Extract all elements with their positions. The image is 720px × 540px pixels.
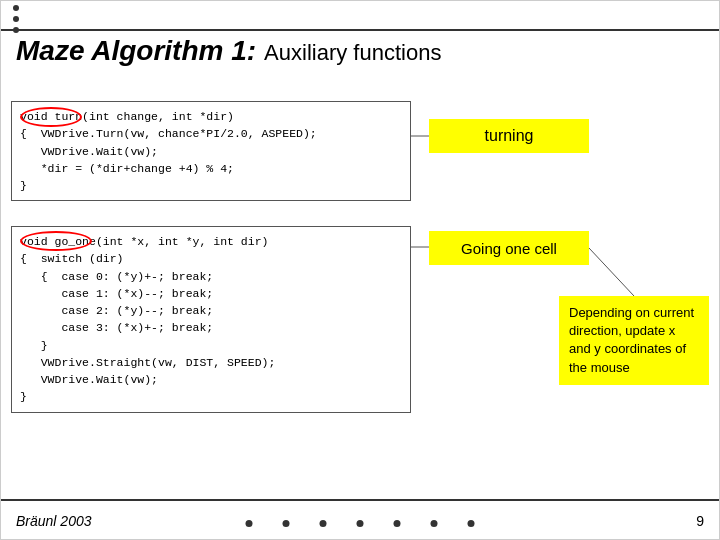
code-line: } bbox=[20, 388, 402, 405]
code-line: { switch (dir) bbox=[20, 250, 402, 267]
title-main: Maze Algorithm 1: bbox=[16, 35, 256, 67]
footer-page-number: 9 bbox=[696, 513, 704, 529]
footer-author: Bräunl 2003 bbox=[16, 513, 92, 529]
code-block-go-one: void go_one(int *x, int *y, int dir) { s… bbox=[11, 226, 411, 413]
code-line: { case 0: (*y)+-; break; bbox=[20, 268, 402, 285]
top-border bbox=[1, 29, 719, 31]
code-line: *dir = (*dir+change +4) % 4; bbox=[20, 160, 402, 177]
nav-dot-6[interactable] bbox=[431, 520, 438, 527]
code-line: VWDrive.Wait(vw); bbox=[20, 143, 402, 160]
code-line: VWDrive.Straight(vw, DIST, SPEED); bbox=[20, 354, 402, 371]
code-block-turn: void turn(int change, int *dir) { VWDriv… bbox=[11, 101, 411, 201]
code-line: void turn(int change, int *dir) bbox=[20, 108, 402, 125]
nav-dot-7[interactable] bbox=[468, 520, 475, 527]
svg-line-2 bbox=[589, 248, 634, 296]
bullet-dot-2 bbox=[13, 16, 19, 22]
code-line: } bbox=[20, 177, 402, 194]
code-line: case 3: (*x)+-; break; bbox=[20, 319, 402, 336]
code-line: } bbox=[20, 337, 402, 354]
annotation-going-one-cell: Going one cell bbox=[429, 231, 589, 265]
title-sub: Auxiliary functions bbox=[264, 40, 441, 66]
annotation-depending-on: Depending on current direction, update x… bbox=[559, 296, 709, 385]
nav-dot-1[interactable] bbox=[246, 520, 253, 527]
bottom-navigation-dots bbox=[246, 520, 475, 527]
code-line: VWDrive.Wait(vw); bbox=[20, 371, 402, 388]
nav-dot-3[interactable] bbox=[320, 520, 327, 527]
annotation-turning: turning bbox=[429, 119, 589, 153]
nav-dot-2[interactable] bbox=[283, 520, 290, 527]
code-line: void go_one(int *x, int *y, int dir) bbox=[20, 233, 402, 250]
code-line: case 1: (*x)--; break; bbox=[20, 285, 402, 302]
code-line: case 2: (*y)--; break; bbox=[20, 302, 402, 319]
nav-dot-5[interactable] bbox=[394, 520, 401, 527]
bullet-dot-1 bbox=[13, 5, 19, 11]
bottom-border bbox=[1, 499, 719, 501]
slide-title: Maze Algorithm 1: Auxiliary functions bbox=[16, 35, 441, 67]
code-line: { VWDrive.Turn(vw, chance*PI/2.0, ASPEED… bbox=[20, 125, 402, 142]
nav-dot-4[interactable] bbox=[357, 520, 364, 527]
